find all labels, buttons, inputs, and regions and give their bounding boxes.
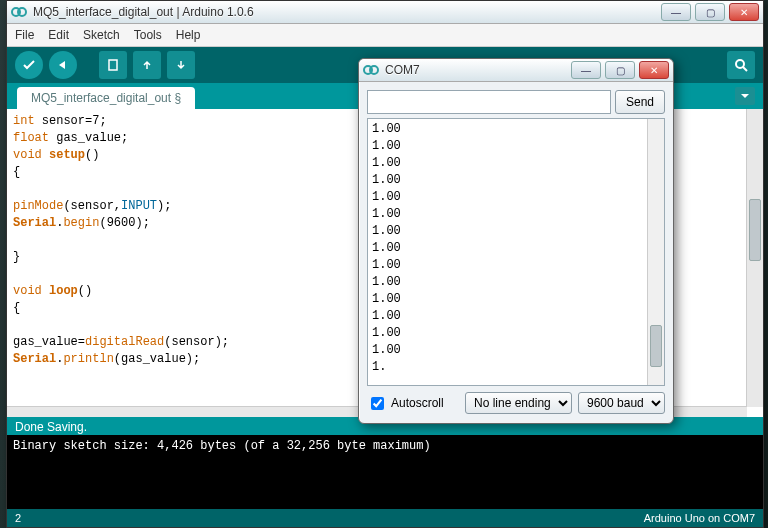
menu-file[interactable]: File (15, 28, 34, 42)
upload-button[interactable] (49, 51, 77, 79)
tab-menu-button[interactable] (735, 87, 755, 105)
autoscroll-checkbox[interactable]: Autoscroll (367, 394, 444, 413)
editor-vertical-scrollbar[interactable] (746, 109, 763, 407)
svg-rect-2 (109, 60, 117, 70)
verify-button[interactable] (15, 51, 43, 79)
serial-minimize-button[interactable]: — (571, 61, 601, 79)
serial-output[interactable]: 1.00 1.00 1.00 1.00 1.00 1.00 1.00 1.00 … (367, 118, 665, 386)
menu-sketch[interactable]: Sketch (83, 28, 120, 42)
svg-line-4 (743, 67, 747, 71)
serial-titlebar[interactable]: COM7 — ▢ ✕ (359, 59, 673, 82)
menu-bar: File Edit Sketch Tools Help (7, 24, 763, 47)
console-output: Binary sketch size: 4,426 bytes (of a 32… (7, 435, 763, 509)
arduino-logo-icon (11, 4, 27, 20)
maximize-button[interactable]: ▢ (695, 3, 725, 21)
serial-maximize-button[interactable]: ▢ (605, 61, 635, 79)
line-ending-select[interactable]: No line ending (465, 392, 572, 414)
new-button[interactable] (99, 51, 127, 79)
save-button[interactable] (167, 51, 195, 79)
ide-titlebar[interactable]: MQ5_interface_digital_out | Arduino 1.0.… (7, 1, 763, 24)
menu-tools[interactable]: Tools (134, 28, 162, 42)
footer-bar: 2 Arduino Uno on COM7 (7, 509, 763, 527)
open-button[interactable] (133, 51, 161, 79)
ide-title: MQ5_interface_digital_out | Arduino 1.0.… (33, 5, 661, 19)
serial-close-button[interactable]: ✕ (639, 61, 669, 79)
send-button[interactable]: Send (615, 90, 665, 114)
footer-line-number: 2 (15, 512, 21, 524)
serial-title: COM7 (385, 63, 571, 77)
close-button[interactable]: ✕ (729, 3, 759, 21)
sketch-tab[interactable]: MQ5_interface_digital_out § (17, 87, 195, 109)
baud-rate-select[interactable]: 9600 baud (578, 392, 665, 414)
menu-help[interactable]: Help (176, 28, 201, 42)
serial-input[interactable] (367, 90, 611, 114)
arduino-logo-icon (363, 62, 379, 78)
footer-board-port: Arduino Uno on COM7 (644, 512, 755, 524)
serial-scrollbar[interactable] (647, 119, 664, 385)
menu-edit[interactable]: Edit (48, 28, 69, 42)
serial-monitor-button[interactable] (727, 51, 755, 79)
svg-point-3 (736, 60, 744, 68)
minimize-button[interactable]: — (661, 3, 691, 21)
serial-monitor-window: COM7 — ▢ ✕ Send 1.00 1.00 1.00 1.00 1.00… (358, 58, 674, 424)
